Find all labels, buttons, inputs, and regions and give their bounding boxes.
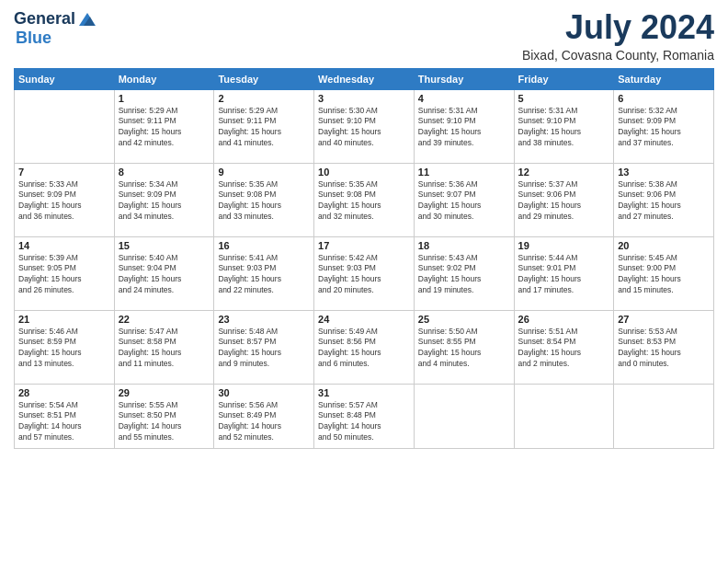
calendar-cell-0-3: 3Sunrise: 5:30 AMSunset: 9:10 PMDaylight… [314, 89, 415, 163]
week-row-3: 21Sunrise: 5:46 AMSunset: 8:59 PMDayligh… [15, 310, 714, 384]
calendar-cell-3-5: 26Sunrise: 5:51 AMSunset: 8:54 PMDayligh… [514, 310, 614, 384]
calendar-cell-0-0 [15, 89, 115, 163]
day-number-12: 12 [518, 167, 610, 178]
day-info-10: Sunrise: 5:35 AMSunset: 9:08 PMDaylight:… [318, 179, 410, 224]
calendar-cell-0-1: 1Sunrise: 5:29 AMSunset: 9:11 PMDaylight… [114, 89, 214, 163]
calendar-cell-4-3: 31Sunrise: 5:57 AMSunset: 8:48 PMDayligh… [314, 384, 415, 448]
day-info-9: Sunrise: 5:35 AMSunset: 9:08 PMDaylight:… [218, 179, 310, 224]
calendar-cell-4-4 [414, 384, 514, 448]
day-number-4: 4 [418, 93, 510, 104]
day-info-21: Sunrise: 5:46 AMSunset: 8:59 PMDaylight:… [18, 327, 110, 371]
day-info-5: Sunrise: 5:31 AMSunset: 9:10 PMDaylight:… [518, 106, 610, 150]
day-number-24: 24 [318, 314, 410, 325]
day-info-29: Sunrise: 5:55 AMSunset: 8:50 PMDaylight:… [119, 400, 210, 444]
calendar-cell-2-4: 18Sunrise: 5:43 AMSunset: 9:02 PMDayligh… [414, 236, 514, 310]
logo-icon [77, 9, 97, 29]
col-sunday: Sunday [15, 68, 115, 89]
day-number-7: 7 [18, 167, 110, 178]
calendar-cell-3-4: 25Sunrise: 5:50 AMSunset: 8:55 PMDayligh… [414, 310, 514, 384]
day-number-11: 11 [418, 167, 510, 178]
calendar-table: Sunday Monday Tuesday Wednesday Thursday… [14, 68, 714, 449]
calendar-cell-1-1: 8Sunrise: 5:34 AMSunset: 9:09 PMDaylight… [114, 163, 214, 236]
day-number-5: 5 [518, 93, 610, 104]
day-number-3: 3 [318, 93, 410, 104]
calendar-cell-1-3: 10Sunrise: 5:35 AMSunset: 9:08 PMDayligh… [314, 163, 415, 236]
day-info-20: Sunrise: 5:45 AMSunset: 9:00 PMDaylight:… [618, 253, 710, 297]
calendar-cell-3-3: 24Sunrise: 5:49 AMSunset: 8:56 PMDayligh… [314, 310, 415, 384]
calendar-cell-0-5: 5Sunrise: 5:31 AMSunset: 9:10 PMDaylight… [514, 89, 614, 163]
day-number-19: 19 [518, 240, 610, 251]
day-number-30: 30 [218, 387, 310, 398]
calendar-cell-1-4: 11Sunrise: 5:36 AMSunset: 9:07 PMDayligh… [414, 163, 514, 236]
col-thursday: Thursday [414, 68, 514, 89]
day-number-16: 16 [218, 240, 310, 251]
header: General Blue July 2024 Bixad, Covasna Co… [14, 9, 714, 63]
day-number-17: 17 [318, 240, 410, 251]
calendar-cell-4-1: 29Sunrise: 5:55 AMSunset: 8:50 PMDayligh… [114, 384, 214, 448]
day-number-2: 2 [218, 93, 310, 104]
week-row-2: 14Sunrise: 5:39 AMSunset: 9:05 PMDayligh… [15, 236, 714, 310]
calendar-cell-1-2: 9Sunrise: 5:35 AMSunset: 9:08 PMDaylight… [214, 163, 314, 236]
day-number-27: 27 [618, 314, 710, 325]
day-number-20: 20 [618, 240, 710, 251]
day-info-4: Sunrise: 5:31 AMSunset: 9:10 PMDaylight:… [418, 106, 510, 150]
week-row-1: 7Sunrise: 5:33 AMSunset: 9:09 PMDaylight… [15, 163, 714, 236]
logo-general-text: General [14, 10, 75, 29]
day-info-19: Sunrise: 5:44 AMSunset: 9:01 PMDaylight:… [518, 253, 610, 297]
day-info-27: Sunrise: 5:53 AMSunset: 8:53 PMDaylight:… [618, 327, 710, 371]
calendar-cell-4-6 [614, 384, 714, 448]
day-info-22: Sunrise: 5:47 AMSunset: 8:58 PMDaylight:… [119, 327, 210, 371]
day-info-25: Sunrise: 5:50 AMSunset: 8:55 PMDaylight:… [418, 327, 510, 371]
day-info-3: Sunrise: 5:30 AMSunset: 9:10 PMDaylight:… [318, 106, 410, 150]
calendar-cell-0-2: 2Sunrise: 5:29 AMSunset: 9:11 PMDaylight… [214, 89, 314, 163]
calendar-cell-3-6: 27Sunrise: 5:53 AMSunset: 8:53 PMDayligh… [614, 310, 714, 384]
col-monday: Monday [114, 68, 214, 89]
day-info-26: Sunrise: 5:51 AMSunset: 8:54 PMDaylight:… [518, 327, 610, 371]
calendar-cell-4-0: 28Sunrise: 5:54 AMSunset: 8:51 PMDayligh… [15, 384, 115, 448]
day-info-17: Sunrise: 5:42 AMSunset: 9:03 PMDaylight:… [318, 253, 410, 297]
day-info-14: Sunrise: 5:39 AMSunset: 9:05 PMDaylight:… [18, 253, 110, 297]
day-info-2: Sunrise: 5:29 AMSunset: 9:11 PMDaylight:… [218, 106, 310, 150]
calendar-cell-1-0: 7Sunrise: 5:33 AMSunset: 9:09 PMDaylight… [15, 163, 115, 236]
day-number-1: 1 [119, 93, 210, 104]
calendar-cell-0-6: 6Sunrise: 5:32 AMSunset: 9:09 PMDaylight… [614, 89, 714, 163]
day-info-1: Sunrise: 5:29 AMSunset: 9:11 PMDaylight:… [119, 106, 210, 150]
calendar-cell-4-2: 30Sunrise: 5:56 AMSunset: 8:49 PMDayligh… [214, 384, 314, 448]
day-info-28: Sunrise: 5:54 AMSunset: 8:51 PMDaylight:… [18, 400, 110, 444]
calendar-cell-2-6: 20Sunrise: 5:45 AMSunset: 9:00 PMDayligh… [614, 236, 714, 310]
calendar-cell-1-5: 12Sunrise: 5:37 AMSunset: 9:06 PMDayligh… [514, 163, 614, 236]
calendar-cell-1-6: 13Sunrise: 5:38 AMSunset: 9:06 PMDayligh… [614, 163, 714, 236]
day-info-18: Sunrise: 5:43 AMSunset: 9:02 PMDaylight:… [418, 253, 510, 297]
calendar-cell-2-2: 16Sunrise: 5:41 AMSunset: 9:03 PMDayligh… [214, 236, 314, 310]
location-title: Bixad, Covasna County, Romania [522, 48, 714, 63]
day-number-21: 21 [18, 314, 110, 325]
day-info-24: Sunrise: 5:49 AMSunset: 8:56 PMDaylight:… [318, 327, 410, 371]
day-number-14: 14 [18, 240, 110, 251]
col-tuesday: Tuesday [214, 68, 314, 89]
day-info-7: Sunrise: 5:33 AMSunset: 9:09 PMDaylight:… [18, 179, 110, 224]
week-row-0: 1Sunrise: 5:29 AMSunset: 9:11 PMDaylight… [15, 89, 714, 163]
calendar-cell-2-0: 14Sunrise: 5:39 AMSunset: 9:05 PMDayligh… [15, 236, 115, 310]
day-info-15: Sunrise: 5:40 AMSunset: 9:04 PMDaylight:… [119, 253, 210, 297]
day-number-6: 6 [618, 93, 710, 104]
col-wednesday: Wednesday [314, 68, 415, 89]
day-number-13: 13 [618, 167, 710, 178]
calendar-cell-3-2: 23Sunrise: 5:48 AMSunset: 8:57 PMDayligh… [214, 310, 314, 384]
day-info-16: Sunrise: 5:41 AMSunset: 9:03 PMDaylight:… [218, 253, 310, 297]
calendar-cell-0-4: 4Sunrise: 5:31 AMSunset: 9:10 PMDaylight… [414, 89, 514, 163]
logo: General Blue [14, 9, 97, 48]
calendar-cell-2-3: 17Sunrise: 5:42 AMSunset: 9:03 PMDayligh… [314, 236, 415, 310]
week-row-4: 28Sunrise: 5:54 AMSunset: 8:51 PMDayligh… [15, 384, 714, 448]
day-number-22: 22 [119, 314, 210, 325]
day-info-30: Sunrise: 5:56 AMSunset: 8:49 PMDaylight:… [218, 400, 310, 444]
day-number-18: 18 [418, 240, 510, 251]
day-number-10: 10 [318, 167, 410, 178]
day-info-6: Sunrise: 5:32 AMSunset: 9:09 PMDaylight:… [618, 106, 710, 150]
page: General Blue July 2024 Bixad, Covasna Co… [0, 0, 728, 563]
logo-blue-text: Blue [16, 29, 97, 48]
day-info-11: Sunrise: 5:36 AMSunset: 9:07 PMDaylight:… [418, 179, 510, 224]
calendar-header-row: Sunday Monday Tuesday Wednesday Thursday… [15, 68, 714, 89]
calendar-cell-3-1: 22Sunrise: 5:47 AMSunset: 8:58 PMDayligh… [114, 310, 214, 384]
day-info-31: Sunrise: 5:57 AMSunset: 8:48 PMDaylight:… [318, 400, 410, 444]
day-number-31: 31 [318, 387, 410, 398]
